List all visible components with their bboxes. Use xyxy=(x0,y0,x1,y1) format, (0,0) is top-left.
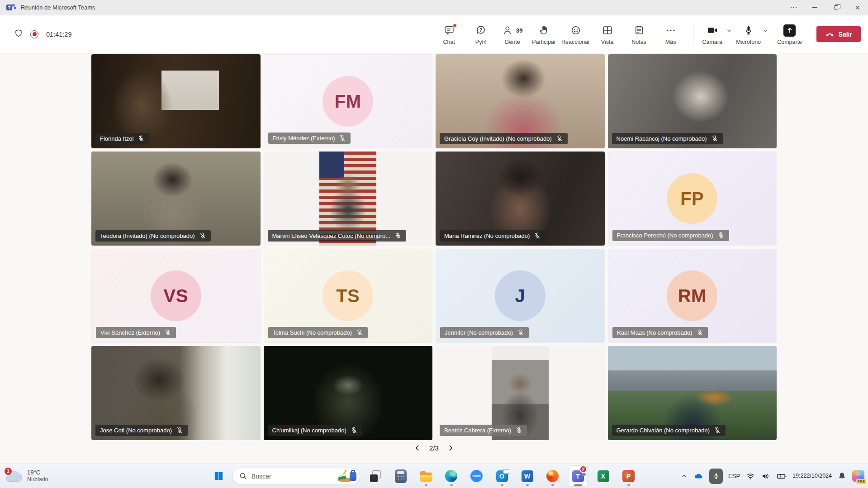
mic-off-icon xyxy=(711,135,718,142)
leave-button[interactable]: Salir xyxy=(816,26,861,42)
copilot-icon[interactable]: PRE xyxy=(852,470,864,482)
participant-tile-frisly[interactable]: FM Frisly Méndez (Externo) xyxy=(264,54,433,148)
toolbar-item-icon xyxy=(502,24,514,36)
participant-tile-teodora[interactable]: Teodora (Invitado) (No comprobado) xyxy=(91,152,261,246)
mic-off-icon xyxy=(556,135,563,142)
participant-name: Marvin Eliseo Velásquez Cotoc (No compro… xyxy=(272,232,391,239)
titlebar: T Reunión de Microsoft Teams xyxy=(0,0,868,15)
taskbar-app-firefox[interactable] xyxy=(543,465,562,487)
participant-tile-marvin[interactable]: Marvin Eliseo Velásquez Cotoc (No compro… xyxy=(264,152,433,246)
participant-avatar: TS xyxy=(323,270,373,321)
chevron-down-icon xyxy=(762,28,768,34)
notifications-bell-icon[interactable] xyxy=(837,471,847,481)
mic-label: Micrófono xyxy=(736,39,761,45)
toolbar-vista-button[interactable]: Vista xyxy=(592,23,623,45)
participant-name-pill: Telma Suchi (No comprobado) xyxy=(268,327,368,338)
mic-button[interactable]: Micrófono xyxy=(736,23,761,45)
participant-tile-raul[interactable]: RM Raúl Maas (No comprobado) xyxy=(608,249,777,343)
participant-name: Graciela Coy (Invitado) (No comprobado) xyxy=(444,135,552,142)
camera-icon xyxy=(707,24,718,36)
prev-page-button[interactable] xyxy=(413,444,421,452)
taskbar-search[interactable] xyxy=(232,468,360,485)
participant-tile-gerardo[interactable]: Gerardo Chivalán (No comprobado) xyxy=(608,346,777,440)
minimize-icon xyxy=(812,7,817,8)
camera-button[interactable]: Cámara xyxy=(700,23,725,45)
tray-overflow-button[interactable] xyxy=(681,473,688,479)
participant-name-pill: Vivi Sánchez (Externo) xyxy=(96,327,176,338)
taskbar-apps: zoom O W T 2 X P xyxy=(365,465,638,487)
volume-icon[interactable] xyxy=(761,471,771,481)
participant-tile-graciela[interactable]: Graciela Coy (Invitado) (No comprobado) xyxy=(436,54,605,148)
share-button[interactable]: Comparte xyxy=(772,24,807,45)
taskbar-app-teams-app[interactable]: T 2 xyxy=(568,465,588,487)
toolbar-participar-button[interactable]: Participar xyxy=(528,23,560,45)
close-icon xyxy=(855,5,860,10)
clock-widget[interactable]: 19:22 2/10/2024 xyxy=(792,472,832,479)
participant-name: Teodora (Invitado) (No comprobado) xyxy=(100,232,195,239)
toolbar-divider xyxy=(693,24,693,45)
search-highlight-art xyxy=(337,469,358,483)
mic-icon xyxy=(743,24,754,36)
gallery-pagination: 2/3 xyxy=(0,444,868,452)
participant-tile-chumilkaj[interactable]: Ch'umilkaj (No comprobado) xyxy=(264,346,433,440)
toolbar-item-label: Notas xyxy=(631,39,646,45)
battery-icon[interactable] xyxy=(776,471,787,482)
camera-options-button[interactable] xyxy=(726,28,732,36)
next-page-button[interactable] xyxy=(447,444,455,452)
tray-date: 2/10/2024 xyxy=(806,472,832,479)
toolbar-notas-button[interactable]: Notas xyxy=(623,23,655,45)
participant-name-pill: Florinda Itzol xyxy=(95,133,149,144)
search-input[interactable] xyxy=(251,473,332,480)
participant-tile-beatriz[interactable]: Beatriz Cabrera (Externo) xyxy=(436,346,605,440)
participant-tile-florinda[interactable]: Florinda Itzol xyxy=(91,54,261,148)
window-more-button[interactable] xyxy=(783,0,804,15)
participant-tile-jose[interactable]: Jose Coti (No comprobado) xyxy=(91,346,261,440)
taskbar-app-edge[interactable] xyxy=(441,465,461,487)
taskbar-app-outlook[interactable]: O xyxy=(492,465,512,487)
window-controls xyxy=(783,0,868,15)
toolbar-chat-button[interactable]: Chat xyxy=(433,23,465,45)
participant-grid: Florinda Itzol FM Frisly Méndez (Externo… xyxy=(91,54,777,440)
wifi-icon[interactable] xyxy=(745,471,755,481)
running-indicator xyxy=(526,484,529,486)
mic-off-icon xyxy=(714,426,721,434)
taskbar-app-powerpoint[interactable]: P xyxy=(619,465,638,487)
app-icon-letter: zoom xyxy=(472,474,480,478)
window-restore-button[interactable] xyxy=(825,0,847,15)
window-close-button[interactable] xyxy=(847,0,868,15)
camera-control: Cámara xyxy=(700,23,736,45)
participant-tile-telma[interactable]: TS Telma Suchi (No comprobado) xyxy=(264,249,433,343)
chevron-left-icon xyxy=(413,444,421,452)
taskbar-app-zoom[interactable]: zoom xyxy=(467,465,486,487)
start-button[interactable] xyxy=(209,466,228,487)
language-indicator[interactable]: ESP xyxy=(728,473,740,479)
taskbar-app-file-explorer[interactable] xyxy=(416,465,436,487)
participant-name: Telma Suchi (No comprobado) xyxy=(273,329,352,336)
toolbar-gente-button[interactable]: 39 Gente xyxy=(497,23,528,45)
mic-in-use-indicator[interactable] xyxy=(709,469,723,484)
participant-tile-maria[interactable]: Maria Ramirez (No comprobado) xyxy=(436,152,605,246)
participant-tile-jennifer[interactable]: J Jennifer (No comprobado) xyxy=(436,249,605,343)
toolbar-item-label: Más xyxy=(665,39,676,45)
taskbar-app-calculator[interactable] xyxy=(391,465,410,487)
notification-dot xyxy=(453,24,457,28)
participant-tile-noemi[interactable]: Noemi Racancoj (No comprobado) xyxy=(608,54,777,148)
window-minimize-button[interactable] xyxy=(804,0,825,15)
mic-off-icon xyxy=(515,426,522,434)
taskbar-app-word[interactable]: W xyxy=(517,465,537,487)
onedrive-icon[interactable] xyxy=(693,471,704,482)
toolbar-reaccionar-button[interactable]: Reaccionar xyxy=(560,23,592,45)
mic-options-button[interactable] xyxy=(762,28,768,36)
app-badge: 2 xyxy=(579,465,587,473)
taskbar-app-excel[interactable]: X xyxy=(593,465,613,487)
toolbar-pyr-button[interactable]: PyR xyxy=(465,23,497,45)
participant-name: Noemi Racancoj (No comprobado) xyxy=(617,135,707,142)
participant-name-pill: Noemi Racancoj (No comprobado) xyxy=(612,133,723,144)
toolbar-mas-button[interactable]: Más xyxy=(655,23,687,45)
page-indicator: 2/3 xyxy=(429,444,439,452)
participant-name: Jennifer (No comprobado) xyxy=(445,329,513,336)
weather-widget[interactable]: 1 19°C Nublado xyxy=(5,464,48,488)
participant-tile-francisco[interactable]: FP Francisco Perechú (No comprobado) xyxy=(608,152,777,246)
participant-tile-vivi[interactable]: VS Vivi Sánchez (Externo) xyxy=(91,249,261,343)
taskbar-app-task-view[interactable] xyxy=(365,465,385,487)
